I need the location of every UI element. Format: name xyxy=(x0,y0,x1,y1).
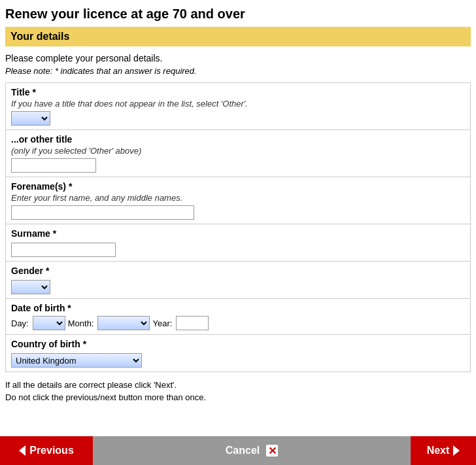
day-select[interactable]: 12345 678910 1112131415 1617181920 21222… xyxy=(33,316,65,330)
month-label: Month: xyxy=(68,319,94,328)
next-button[interactable]: Next xyxy=(411,436,476,465)
forename-input[interactable] xyxy=(11,205,194,220)
day-label: Day: xyxy=(11,319,29,328)
dob-label: Date of birth * xyxy=(11,303,465,313)
title-desc: If you have a title that does not appear… xyxy=(11,99,465,109)
nav-bar: Previous Cancel ✕ Next xyxy=(0,436,476,465)
cancel-button[interactable]: Cancel ✕ xyxy=(93,436,411,465)
gender-select[interactable]: Male Female xyxy=(11,280,50,294)
other-title-row: ...or other title (only if you selected … xyxy=(6,130,471,177)
surname-input[interactable] xyxy=(11,243,116,257)
forename-label: Forename(s) * xyxy=(11,181,465,192)
title-row: Title * If you have a title that does no… xyxy=(6,83,471,130)
other-title-input[interactable] xyxy=(11,158,96,173)
footer-notes: If all the details are correct please cl… xyxy=(5,380,471,402)
country-select[interactable]: United Kingdom Afghanistan Albania Alger… xyxy=(11,353,142,368)
forename-row: Forename(s) * Enter your first name, and… xyxy=(6,177,471,224)
previous-label: Previous xyxy=(29,445,74,456)
year-label: Year: xyxy=(152,319,172,328)
footer-line1: If all the details are correct please cl… xyxy=(5,380,471,390)
gender-row: Gender * Male Female xyxy=(6,262,471,299)
footer-line2: Do not click the previous/next button mo… xyxy=(5,392,471,402)
forename-desc: Enter your first name, and any middle na… xyxy=(11,193,465,203)
year-input[interactable] xyxy=(176,316,209,330)
month-select[interactable]: JanuaryFebruaryMarch AprilMayJune JulyAu… xyxy=(97,316,150,330)
previous-arrow-icon xyxy=(19,445,26,456)
other-title-label: ...or other title xyxy=(11,134,465,145)
previous-button[interactable]: Previous xyxy=(0,436,93,465)
title-select[interactable]: Mr Mrs Miss Ms Dr Other xyxy=(11,111,50,126)
gender-label: Gender * xyxy=(11,266,465,276)
country-row: Country of birth * United Kingdom Afghan… xyxy=(6,335,471,372)
other-title-desc: (only if you selected 'Other' above) xyxy=(11,146,465,156)
dob-row: Date of birth * Day: 12345 678910 111213… xyxy=(6,299,471,335)
form-table: Title * If you have a title that does no… xyxy=(5,82,471,372)
surname-label: Surname * xyxy=(11,228,465,239)
section-header: Your details xyxy=(5,27,471,46)
next-label: Next xyxy=(427,445,450,456)
note-text: Please note: * indicates that an answer … xyxy=(5,66,471,76)
surname-row: Surname * xyxy=(6,224,471,262)
next-arrow-icon xyxy=(453,445,460,456)
country-label: Country of birth * xyxy=(11,339,465,349)
page-title: Renew your licence at age 70 and over xyxy=(5,7,471,22)
cancel-x-icon: ✕ xyxy=(266,445,278,456)
intro-text: Please complete your personal details. xyxy=(5,53,471,63)
title-label: Title * xyxy=(11,87,465,97)
cancel-label: Cancel xyxy=(226,445,260,456)
